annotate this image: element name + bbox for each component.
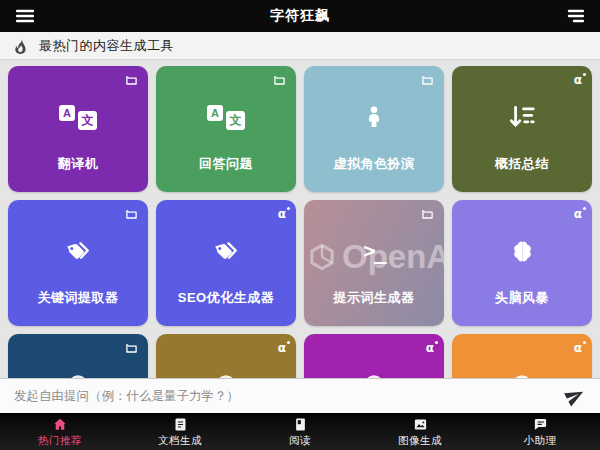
tool-card-label: 翻译机 [12, 155, 144, 173]
tool-card-label: 提示词生成器 [308, 289, 440, 307]
tool-card-label: 概括总结 [456, 155, 588, 173]
nav-item-label: 阅读 [289, 434, 311, 448]
chat-badge-icon [273, 74, 286, 87]
flame-icon [14, 38, 28, 54]
tool-card[interactable]: 虚拟角色扮演 [304, 66, 444, 192]
app-screen: 字符狂飙 最热门的内容生成工具 A文翻译机A文回答问题虚拟角色扮演概括总结α关键… [0, 0, 600, 450]
nav-item-label: 小助理 [524, 434, 557, 448]
tool-card-label: 虚拟角色扮演 [308, 155, 440, 173]
alpha-badge-icon: α [278, 208, 286, 220]
tool-card-label: 头脑风暴 [456, 289, 588, 307]
sort-menu-icon[interactable] [562, 5, 588, 27]
send-icon[interactable] [562, 383, 588, 409]
tool-card[interactable]: α [304, 334, 444, 378]
menu-icon[interactable] [12, 5, 38, 27]
tool-card[interactable]: A文翻译机 [8, 66, 148, 192]
terminal-icon: >_ [304, 233, 444, 269]
tool-card[interactable]: 关键词提取器 [8, 200, 148, 326]
home-icon [52, 417, 68, 432]
tool-card[interactable]: OpenAI>_提示词生成器 [304, 200, 444, 326]
nav-item-阅读[interactable]: 阅读 [240, 414, 360, 450]
tool-card-label: 关键词提取器 [12, 289, 144, 307]
tool-card-grid: A文翻译机A文回答问题虚拟角色扮演概括总结α关键词提取器SEO优化生成器αOpe… [0, 60, 600, 378]
tool-card[interactable]: 概括总结α [452, 66, 592, 192]
chat-badge-icon [125, 74, 138, 87]
alpha-badge-icon: α [426, 342, 434, 354]
tool-card[interactable]: 头脑风暴α [452, 200, 592, 326]
brain-icon [452, 233, 592, 269]
assistant-icon [533, 417, 548, 432]
document-icon [173, 417, 188, 432]
app-bar: 字符狂飙 [0, 0, 600, 32]
nav-item-小助理[interactable]: 小助理 [480, 414, 600, 450]
tool-card[interactable]: α [452, 334, 592, 378]
summary-icon [452, 99, 592, 135]
free-question-input[interactable] [12, 388, 554, 404]
nav-item-label: 图像生成 [398, 434, 442, 448]
nav-item-label: 热门推荐 [38, 434, 82, 448]
partial-icon [304, 367, 444, 378]
person-icon [304, 99, 444, 135]
tool-card[interactable]: SEO优化生成器α [156, 200, 296, 326]
partial-icon [8, 367, 148, 378]
nav-item-图像生成[interactable]: 图像生成 [360, 414, 480, 450]
tool-card[interactable]: α [156, 334, 296, 378]
bottom-nav: 热门推荐文档生成阅读图像生成小助理 [0, 413, 600, 450]
image-icon [413, 417, 428, 432]
tool-card-label: 回答问题 [160, 155, 292, 173]
chat-badge-icon [421, 74, 434, 87]
section-header: 最热门的内容生成工具 [0, 32, 600, 60]
tool-card[interactable] [8, 334, 148, 378]
tags-icon [8, 233, 148, 269]
alpha-badge-icon: α [574, 342, 582, 354]
page-title: 字符狂飙 [38, 7, 562, 25]
alpha-badge-icon: α [574, 208, 582, 220]
chat-badge-icon [125, 342, 138, 355]
tool-card-label: SEO优化生成器 [160, 289, 292, 307]
section-title: 最热门的内容生成工具 [39, 37, 174, 55]
tags-icon [156, 233, 296, 269]
chat-badge-icon [421, 208, 434, 221]
prompt-bar [0, 378, 600, 413]
tool-card[interactable]: A文回答问题 [156, 66, 296, 192]
translate-icon: A文 [156, 99, 296, 135]
book-icon [293, 417, 308, 432]
alpha-badge-icon: α [278, 342, 286, 354]
nav-item-label: 文档生成 [158, 434, 202, 448]
nav-item-文档生成[interactable]: 文档生成 [120, 414, 240, 450]
chat-badge-icon [125, 208, 138, 221]
partial-icon [452, 367, 592, 378]
nav-item-热门推荐[interactable]: 热门推荐 [0, 414, 120, 450]
translate-icon: A文 [8, 99, 148, 135]
alpha-badge-icon: α [574, 74, 582, 86]
partial-icon [156, 367, 296, 378]
